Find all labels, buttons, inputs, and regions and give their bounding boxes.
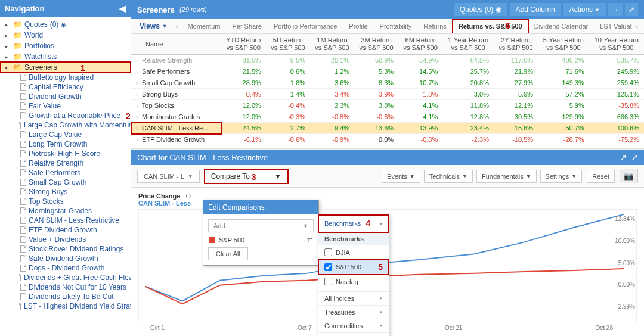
screener-fair-value[interactable]: Fair Value xyxy=(0,101,131,111)
reset-button[interactable]: Reset xyxy=(587,170,615,183)
swap-icon[interactable]: ⇄ xyxy=(307,236,312,244)
checkbox-nasdaq[interactable] xyxy=(324,278,332,285)
screener-large-cap-value[interactable]: Large Cap Value xyxy=(0,130,131,139)
nav-item-world[interactable]: ▸📁World xyxy=(0,30,131,41)
screener-safe-dividend-growth[interactable]: Safe Dividend Growth xyxy=(0,254,131,263)
scroll-right-icon[interactable]: › xyxy=(633,23,640,30)
expand-icon[interactable]: ▸ xyxy=(5,43,11,49)
chevron-right-icon[interactable]: › xyxy=(136,92,138,98)
screener-etf-dividend-growth[interactable]: ETF Dividend Growth xyxy=(0,225,131,235)
checkbox-djia[interactable] xyxy=(324,248,332,256)
chevron-right-icon[interactable]: › xyxy=(136,69,138,75)
screener-safe-performers[interactable]: Safe Performers xyxy=(0,168,131,178)
table-row[interactable]: › Morningstar Grades12.0%-0.3%-0.8%-0.6%… xyxy=(131,111,644,123)
table-row[interactable]: › Safe Performers21.5%0.6%1.2%5.3%14.5%2… xyxy=(131,66,644,77)
bench-sub-treasuries[interactable]: Treasuries▸ xyxy=(318,305,389,319)
screener-dividends-not-cut-for-10-years[interactable]: Dividends Not Cut for 10 Years xyxy=(0,282,131,292)
screener-capital-efficiency[interactable]: Capital Efficiency xyxy=(0,82,131,92)
col-header[interactable]: 1-Year Returnvs S&P 500 xyxy=(442,34,494,55)
checkbox-sp500[interactable] xyxy=(324,263,332,271)
nav-item-portfolios[interactable]: ▸📁Portfolios xyxy=(0,41,131,51)
benchmark-nasdaq[interactable]: Nasdaq xyxy=(318,275,389,288)
expand-h-icon[interactable]: ↔ xyxy=(608,3,623,16)
benchmarks-tab[interactable]: Benchmarks 4 ▸ xyxy=(318,215,389,232)
camera-icon[interactable]: 📷 xyxy=(620,169,638,183)
comparison-item-sp500[interactable]: S&P 500 ⇄ xyxy=(208,232,314,247)
screener-top-stocks[interactable]: Top Stocks xyxy=(0,197,131,206)
popout-icon[interactable]: ↗ xyxy=(620,153,627,162)
tab-returns[interactable]: Returns xyxy=(417,19,453,33)
tab-lst-valuation-view[interactable]: LST Valuation View xyxy=(594,19,632,33)
tab-momentum[interactable]: Momentum xyxy=(181,19,226,33)
table-row[interactable]: › Strong Buys-0.4%1.4%-3.4%-3.9%-1.8%3.0… xyxy=(131,89,644,100)
screener-dividends-likely-to-be-cut[interactable]: Dividends Likely To Be Cut xyxy=(0,292,131,301)
collapse-nav-icon[interactable]: ◀ xyxy=(119,4,126,13)
nav-item-screeners[interactable]: ▾📂Screeners xyxy=(0,62,131,73)
table-row[interactable]: › Small Cap Growth28.9%1.6%3.6%8.3%10.7%… xyxy=(131,77,644,89)
tab-profitability[interactable]: Profitability xyxy=(374,19,418,33)
tab-returns-vs-s-p-500[interactable]: Returns vs. S&P 500 xyxy=(453,19,528,33)
bench-sub-all-indices[interactable]: All Indices▸ xyxy=(318,291,389,305)
screener-can-slim-less-restrictive[interactable]: CAN SLIM - Less Restrictive xyxy=(0,216,131,225)
actions-button[interactable]: Actions▼ xyxy=(564,3,606,16)
col-header[interactable]: 3M Returnvs S&P 500 xyxy=(354,34,398,55)
expand-chart-icon[interactable]: ⤢ xyxy=(631,153,638,162)
screener-dividend-growth[interactable]: Dividend Growth xyxy=(0,92,131,101)
bench-sub-portfolios[interactable]: Portfolios▸ xyxy=(318,332,389,336)
technicals-button[interactable]: Technicals ▼ xyxy=(424,170,473,183)
benchmark-sp500[interactable]: S&P 5005 xyxy=(318,259,389,275)
expand-icon[interactable]: ⤢ xyxy=(625,3,638,16)
col-header[interactable]: 10-Year Returnvs S&P 500 xyxy=(589,34,644,55)
screener-strong-buys[interactable]: Strong Buys xyxy=(0,187,131,197)
chevron-right-icon[interactable]: › xyxy=(136,58,138,64)
nav-item-watchlists[interactable]: ▸📁Watchlists xyxy=(0,51,131,62)
expand-icon[interactable]: ▸ xyxy=(5,54,11,60)
nav-item-quotes[interactable]: ▸📁Quotes (0) ◉ xyxy=(0,19,131,30)
bench-sub-commodities[interactable]: Commodities▸ xyxy=(318,319,389,332)
screener-stock-rover-dividend-ratings[interactable]: Stock Rover Dividend Ratings xyxy=(0,244,131,254)
expand-icon[interactable]: ▸ xyxy=(5,32,11,39)
table-row[interactable]: › Value + Dividends-27.6%-3.0%-3.4%-9.1%… xyxy=(131,145,644,148)
chevron-right-icon[interactable]: › xyxy=(136,126,138,132)
chevron-right-icon[interactable]: › xyxy=(136,114,138,120)
scroll-left-icon[interactable]: ‹ xyxy=(174,23,181,30)
tab-portfolio-performance[interactable]: Portfolio Performance xyxy=(268,19,343,33)
col-header[interactable]: YTD Returnvs S&P 500 xyxy=(221,34,266,55)
tab-profile[interactable]: Profile xyxy=(343,19,373,33)
clear-all-button[interactable]: Clear All xyxy=(208,247,248,260)
views-dropdown[interactable]: Views ▼ xyxy=(135,22,172,30)
compare-to-dropdown[interactable]: Compare To ▼ 3 xyxy=(205,169,288,183)
screener-value-dividends[interactable]: Value + Dividends xyxy=(0,235,131,244)
col-header[interactable]: Name xyxy=(131,34,221,55)
col-header[interactable]: 1M Returnvs S&P 500 xyxy=(310,34,354,55)
screeners-table-wrap[interactable]: NameYTD Returnvs S&P 5005D Returnvs S&P … xyxy=(131,34,644,148)
quotes-button[interactable]: Quotes (0) ◉ xyxy=(454,3,507,16)
benchmark-djia[interactable]: DJIA xyxy=(318,245,389,259)
chevron-right-icon[interactable]: › xyxy=(136,103,138,109)
screener-piotroski-high-f-score[interactable]: Piotroski High F-Score xyxy=(0,149,131,158)
screener-large-cap-growth-with-momentum[interactable]: Large Cap Growth with Momentum xyxy=(0,120,131,130)
table-row[interactable]: › CAN SLIM - Less Re...24.5%2.7%9.4%13.6… xyxy=(131,123,644,134)
table-row[interactable]: › ETF Dividend Growth-6.1%-0.6%-0.9%0.0%… xyxy=(131,134,644,145)
screener-growth-at-a-reaonable-price[interactable]: Growth at a Reaonable Price xyxy=(0,111,131,120)
chevron-right-icon[interactable]: › xyxy=(136,80,138,86)
table-row[interactable]: › Top Stocks12.0%-0.4%2.3%3.8%4.1%11.8%1… xyxy=(131,100,644,111)
expand-icon[interactable]: ▸ xyxy=(5,21,11,28)
screener-lst-highest-dividend-yield-strat[interactable]: LST - Highest Dividend Yield Strat xyxy=(0,301,131,311)
series-selector[interactable]: CAN SLIM - L▼ xyxy=(137,170,200,183)
events-button[interactable]: Events ▼ xyxy=(382,170,420,183)
tab-dividend-calendar[interactable]: Dividend Calendar xyxy=(528,19,595,33)
add-comparison-dropdown[interactable]: Add...▼ xyxy=(208,219,314,232)
collapse-icon[interactable]: ▾ xyxy=(5,64,11,71)
screener-morningstar-grades[interactable]: Morningstar Grades xyxy=(0,206,131,216)
screener-dogs-dividend-growth[interactable]: Dogs - Dividend Growth xyxy=(0,263,131,273)
screener-dividends-great-free-cash-flow[interactable]: Dividends + Great Free Cash Flow xyxy=(0,273,131,282)
col-header[interactable]: 5-Year Returnvs S&P 500 xyxy=(538,34,589,55)
settings-button[interactable]: Settings ▼ xyxy=(540,170,583,183)
col-header[interactable]: 6M Returnvs S&P 500 xyxy=(398,34,442,55)
screener-small-cap-growth[interactable]: Small Cap Growth xyxy=(0,178,131,187)
chevron-right-icon[interactable]: › xyxy=(136,137,138,143)
add-column-button[interactable]: Add Column xyxy=(510,3,561,16)
table-row[interactable]: › Relative Strength81.5%9.5%20.1%50.9%54… xyxy=(131,55,644,66)
col-header[interactable]: 5D Returnvs S&P 500 xyxy=(266,34,310,55)
